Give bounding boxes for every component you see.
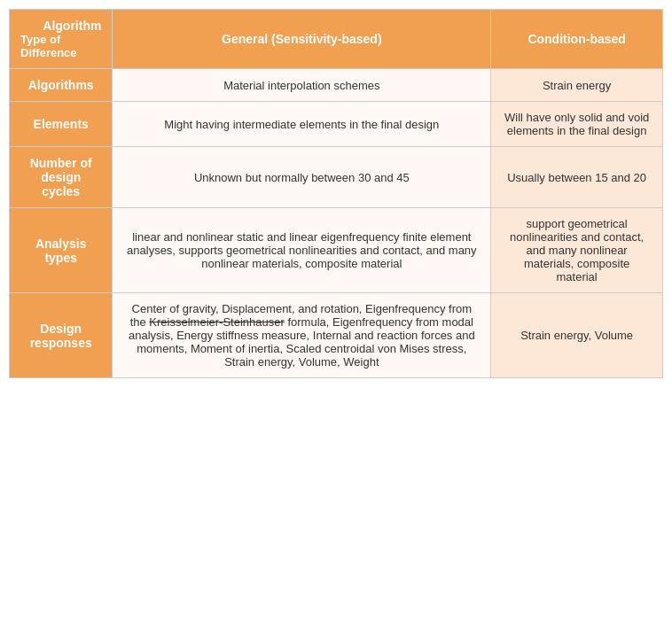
cell-design-cycles-condition: Usually between 15 and 20 (491, 147, 663, 208)
type-label: Type of Difference (20, 33, 101, 59)
table-row: Algorithms Material interpolation scheme… (10, 69, 663, 102)
table-row: Design responses Center of gravity, Disp… (10, 293, 663, 378)
strikethrough-text: Kreisselmeier-Steinhauser (149, 315, 284, 329)
row-label-design-responses: Design responses (10, 293, 113, 378)
cell-design-responses-general: Center of gravity, Displacement, and rot… (113, 293, 491, 378)
row-label-analysis-types: Analysis types (10, 208, 113, 293)
cell-analysis-types-condition: support geometrical nonlinearities and c… (491, 208, 663, 293)
header-type-col: Algorithm Type of Difference (10, 10, 113, 69)
cell-analysis-types-general: linear and nonlinear static and linear e… (113, 208, 491, 293)
comparison-table: Algorithm Type of Difference General (Se… (9, 9, 663, 378)
cell-algorithms-general: Material interpolation schemes (113, 69, 491, 102)
cell-design-cycles-general: Unknown but normally between 30 and 45 (113, 147, 491, 208)
table-row: Analysis types linear and nonlinear stat… (10, 208, 663, 293)
table-row: Number of design cycles Unknown but norm… (10, 147, 663, 208)
header-condition-col: Condition-based (491, 10, 663, 69)
row-label-algorithms: Algorithms (10, 69, 113, 102)
cell-algorithms-condition: Strain energy (491, 69, 663, 102)
table-row: Elements Might having intermediate eleme… (10, 102, 663, 147)
row-label-elements: Elements (10, 102, 113, 147)
cell-design-responses-condition: Strain energy, Volume (491, 293, 663, 378)
cell-elements-general: Might having intermediate elements in th… (113, 102, 491, 147)
row-label-design-cycles: Number of design cycles (10, 147, 113, 208)
algorithm-label: Algorithm (20, 19, 101, 33)
cell-elements-condition: Will have only solid and void elements i… (491, 102, 663, 147)
header-general-col: General (Sensitivity-based) (113, 10, 491, 69)
comparison-table-wrapper: Algorithm Type of Difference General (Se… (9, 9, 663, 378)
table-header-row: Algorithm Type of Difference General (Se… (10, 10, 663, 69)
